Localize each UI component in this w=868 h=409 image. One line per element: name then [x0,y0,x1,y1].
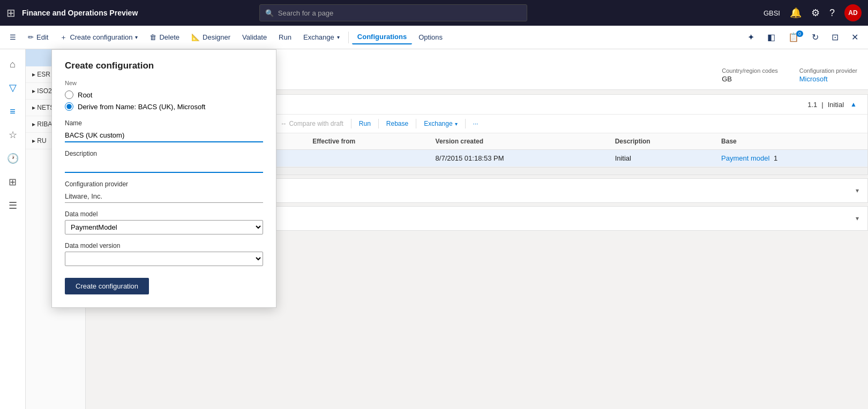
cell-version-created: 8/7/2015 01:18:53 PM [429,150,609,167]
data-model-label: Data model [65,210,263,218]
config-provider-field: Configuration provider [65,180,263,203]
version-number: 1.1 [807,101,817,109]
data-model-field: Data model PaymentModel [65,210,263,234]
versions-run-label: Run [359,120,371,127]
magic-icon-button[interactable]: ✦ [742,29,760,45]
cell-base: Payment model 1 [715,150,867,167]
side-icons: ⌂ ▽ ≡ ☆ 🕐 ⊞ ☰ [0,49,26,409]
versions-run-button[interactable]: Run [354,118,376,130]
delete-label: Delete [159,33,179,41]
radio-group: Root Derive from Name: BACS (UK), Micros… [65,90,263,111]
refresh-button[interactable]: ↻ [806,29,824,45]
configurations-tab[interactable]: Configurations [352,30,412,44]
compare-with-draft-button[interactable]: ↔ Compare with draft [275,118,348,130]
sidebar-toggle-button[interactable]: ◧ [762,29,781,45]
options-tab[interactable]: Options [413,31,448,44]
versions-collapse-button[interactable]: ▲ [848,101,859,108]
search-bar[interactable]: 🔍 Search for a page [259,4,527,21]
toolbar-right-icons: ✦ ◧ 📋 0 ↻ ⊡ ✕ [742,29,864,45]
radio-derive-input[interactable] [65,102,73,111]
radio-derive-label: Derive from Name: BACS (UK), Microsoft [78,103,205,111]
avatar[interactable]: AD [844,4,862,21]
name-input[interactable] [65,129,263,142]
edit-button[interactable]: ✏ Edit [23,31,54,44]
configurations-label: Configurations [357,33,407,41]
exchange-button[interactable]: Exchange ▾ [298,31,345,44]
dialog-new-label: New [65,80,263,86]
data-model-version-label: Data model version [65,242,263,249]
run-button[interactable]: Run [273,31,297,44]
edit-icon: ✏ [28,33,34,41]
run-label: Run [279,33,291,41]
dropdown-arrow-icon: ▾ [135,34,138,40]
options-label: Options [418,33,443,41]
settings-icon[interactable]: ⚙ [811,7,820,19]
config-provider-label: Configuration provider [65,180,263,188]
trash-icon: 🗑 [149,33,156,41]
more-button[interactable]: ··· [468,118,484,130]
grid-icon[interactable]: ⊞ [6,6,16,19]
description-input[interactable] [65,160,263,173]
radio-derive-item[interactable]: Derive from Name: BACS (UK), Microsoft [65,102,263,111]
radio-root-item[interactable]: Root [65,90,263,99]
main-toolbar: ☰ ✏ Edit ＋ Create configuration ▾ 🗑 Dele… [0,26,868,49]
close-button[interactable]: ✕ [846,29,864,45]
cell-effective-from [306,150,429,167]
name-label: Name [65,119,263,127]
config-provider-link[interactable]: Microsoft [799,75,857,83]
esr-arrow: ▸ [32,71,37,78]
grid-small-icon-button[interactable]: ⊞ [2,171,24,193]
top-bar: ⊞ Finance and Operations Preview 🔍 Searc… [0,0,868,26]
star-icon-button[interactable]: ☆ [2,124,24,146]
config-country-field: Country/region codes GB [722,67,778,83]
rebase-button[interactable]: Rebase [381,118,414,130]
create-configuration-dialog: Create configuration New Root Derive fro… [51,49,276,308]
data-model-select[interactable]: PaymentModel [65,220,263,234]
create-configuration-dialog-button[interactable]: Create configuration [65,278,149,294]
app-title: Finance and Operations Preview [22,9,138,17]
cell-description: Initial [609,150,715,167]
topbar-right: GBSI 🔔 ⚙ ? AD [764,4,862,21]
badge-button[interactable]: 📋 0 [783,29,804,45]
config-provider-label: Configuration provider [799,67,857,74]
version-status-badge: Initial [828,101,844,109]
help-icon[interactable]: ? [829,7,835,19]
col-version-created: Version created [429,133,609,150]
bars-icon-button[interactable]: ☰ [2,195,24,216]
filter-icon-button[interactable]: ▽ [2,77,24,99]
versions-exchange-arrow: ▾ [455,121,458,127]
notification-icon[interactable]: 🔔 [790,7,802,19]
nets-arrow: ▸ [32,104,37,111]
dialog-title: Create configuration [65,60,263,71]
edit-label: Edit [36,33,48,41]
config-country-value: GB [722,75,778,83]
description-field: Description [65,150,263,173]
config-provider-field: Configuration provider Microsoft [799,67,857,83]
data-model-version-select[interactable] [65,252,263,266]
base-link[interactable]: Payment model [721,154,769,162]
left-region: ▸ ESR ▸ ISO20022 ▸ NETS ▸ RIBA ▸ RU Cr [26,49,86,409]
sep4 [351,119,351,128]
data-model-version-field: Data model version [65,242,263,266]
versions-badge: 1.1 | Initial ▲ [807,101,859,109]
radio-root-input[interactable] [65,90,73,99]
designer-button[interactable]: 📐 Designer [186,31,236,44]
versions-exchange-button[interactable]: Exchange ▾ [418,118,462,130]
version-separator: | [821,101,823,109]
config-provider-input[interactable] [65,190,263,203]
delete-button[interactable]: 🗑 Delete [144,31,185,44]
restore-button[interactable]: ⊡ [826,29,844,45]
validate-button[interactable]: Validate [237,31,272,44]
designer-label: Designer [203,33,230,41]
create-configuration-button[interactable]: ＋ Create configuration ▾ [55,30,143,45]
ru-arrow: ▸ [32,137,37,145]
nav-pane-button[interactable]: ☰ [4,31,21,44]
description-label: Description [65,150,263,157]
list-icon-button[interactable]: ≡ [2,101,24,122]
radio-root-label: Root [78,91,92,99]
home-icon-button[interactable]: ⌂ [2,54,24,75]
col-effective-from: Effective from [306,133,429,150]
badge-count: 0 [796,31,803,37]
clock-icon-button[interactable]: 🕐 [2,148,24,169]
sep6 [416,119,416,128]
